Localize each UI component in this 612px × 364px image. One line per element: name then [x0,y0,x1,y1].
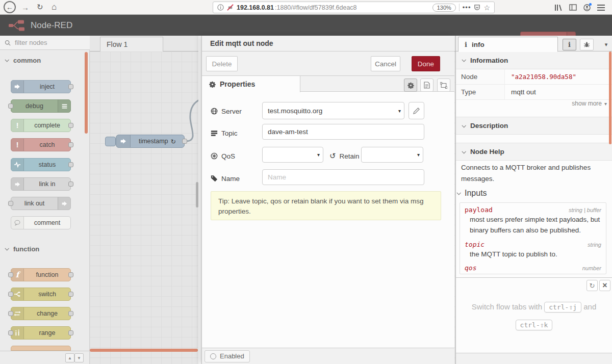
show-more-link[interactable]: show more ▾ [572,100,607,107]
chevron-down-icon [462,58,466,62]
info-row-type: Type mqtt out [456,85,612,100]
output-port[interactable] [68,311,73,316]
close-tips-button[interactable]: × [599,280,610,291]
gear-icon [407,82,414,89]
enabled-label: Enabled [220,352,244,360]
output-port[interactable] [68,84,73,89]
output-port[interactable] [68,272,73,277]
palette-node-label: catch [11,139,70,151]
tab-properties-label: Properties [220,80,255,88]
qos-select[interactable]: ▾ [262,147,323,163]
retain-select[interactable]: ▾ [361,147,423,163]
sidebar-toggle-icon[interactable] [569,4,577,11]
input-port[interactable] [8,292,13,297]
palette-category-function[interactable]: function [0,242,90,256]
node-appearance-button[interactable] [437,79,450,92]
library-icon[interactable] [554,4,563,11]
info-row-label: Type [456,85,505,99]
output-port[interactable] [68,330,73,335]
zoom-level-badge[interactable]: 130% [432,4,456,12]
browser-menu-icon[interactable] [597,5,605,11]
palette-filter[interactable]: filter nodes [0,36,90,50]
kbd-shortcut: ctrl-⇧j [544,302,581,313]
palette-node-debug[interactable]: debug [11,99,71,113]
palette-node-label: function [11,269,70,281]
palette-node-label: inject [11,81,70,93]
workspace-horizontal-scrollbar[interactable] [90,349,198,352]
palette-node-function[interactable]: f function [11,268,71,281]
output-port[interactable] [68,292,73,297]
palette-node-complete[interactable]: ! complete [11,119,71,132]
palette-node-inject[interactable]: inject [11,80,71,93]
edit-properties-button[interactable] [404,79,417,92]
sidebar-options-caret[interactable]: ▾ [599,39,612,50]
inject-trigger-button[interactable] [105,137,116,146]
forward-icon: → [21,3,29,12]
browser-forward-button[interactable]: → [21,4,29,11]
next-tip-button[interactable]: ↻ [586,280,598,291]
timestamp-node[interactable]: timestamp ↻ [116,135,185,148]
topic-input[interactable] [262,124,424,140]
input-port[interactable] [8,272,13,277]
refresh-icon: ↻ [590,282,595,290]
input-port[interactable] [8,103,13,109]
pocket-icon[interactable] [474,4,480,11]
node-red-logo [8,19,26,32]
page-actions-icon[interactable]: ••• [463,4,471,11]
chevron-double-down-icon: ▼ [77,356,81,360]
collapse-all-button[interactable]: ▲ [65,353,74,362]
palette-filter-placeholder: filter nodes [15,39,47,46]
section-information[interactable]: Information [456,51,612,69]
done-button[interactable]: Done [412,56,440,71]
server-select[interactable]: test.mosquitto.org ▾ [262,102,404,119]
palette-node-change[interactable]: change [11,307,71,320]
input-port[interactable] [8,201,13,206]
palette-node-status[interactable]: status [11,158,71,171]
bookmark-star-icon[interactable]: ☆ [483,4,490,12]
node-type-value: mqtt out [505,85,612,99]
output-port[interactable] [68,123,73,128]
browser-back-button[interactable]: ← [4,1,16,13]
enabled-toggle-button[interactable]: Enabled [205,350,250,362]
plugin-blocked-icon[interactable] [227,4,234,11]
inputs-heading[interactable]: Inputs [457,189,487,198]
browser-home-button[interactable]: ⌂ [52,3,57,11]
delete-button[interactable]: Delete [206,56,238,71]
palette-scrollbar[interactable] [85,52,88,134]
palette-node-link-in[interactable]: link in [11,177,71,191]
dialog-footer: Enabled [202,348,454,364]
output-port[interactable] [68,181,73,187]
debug-tab-button[interactable] [580,39,594,50]
output-port[interactable] [68,142,73,147]
output-port[interactable] [68,162,73,167]
section-node-help[interactable]: Node Help [456,143,612,161]
palette-category-common[interactable]: common [0,53,90,67]
name-input[interactable] [262,169,424,185]
palette-node-comment[interactable]: comment [11,216,71,229]
tab-properties[interactable]: Properties [202,76,300,92]
browser-refresh-button[interactable]: ↻ [37,3,43,11]
close-icon: × [602,281,607,290]
input-port[interactable] [8,311,13,316]
palette-node-catch[interactable]: ! catch [11,138,71,151]
info-tab-button[interactable]: i [563,39,576,50]
address-bar[interactable]: 192.168.0.81:1880/#flow/df57839f.6deac8 … [213,2,495,13]
edit-description-button[interactable] [420,79,434,92]
site-info-icon[interactable] [217,4,224,11]
tab-info[interactable]: i info [458,37,558,52]
document-icon [424,82,430,89]
palette-node-range[interactable]: range [11,326,71,340]
palette-node-switch[interactable]: switch [11,288,71,301]
retain-field-label: ↺ Retain [329,151,360,161]
palette-node-partial[interactable] [11,346,71,351]
section-description[interactable]: Description [456,117,612,135]
input-port[interactable] [8,330,13,335]
palette-node-link-out[interactable]: link out [11,197,71,210]
expand-all-button[interactable]: ▼ [74,353,84,362]
edit-server-button[interactable] [409,102,424,119]
output-port[interactable] [182,139,187,144]
sidebar-scrollbar[interactable] [609,51,611,144]
cancel-button[interactable]: Cancel [371,56,400,71]
nodered-header: Node-RED Deploy ▾ [0,15,612,36]
account-icon[interactable] [583,4,591,11]
